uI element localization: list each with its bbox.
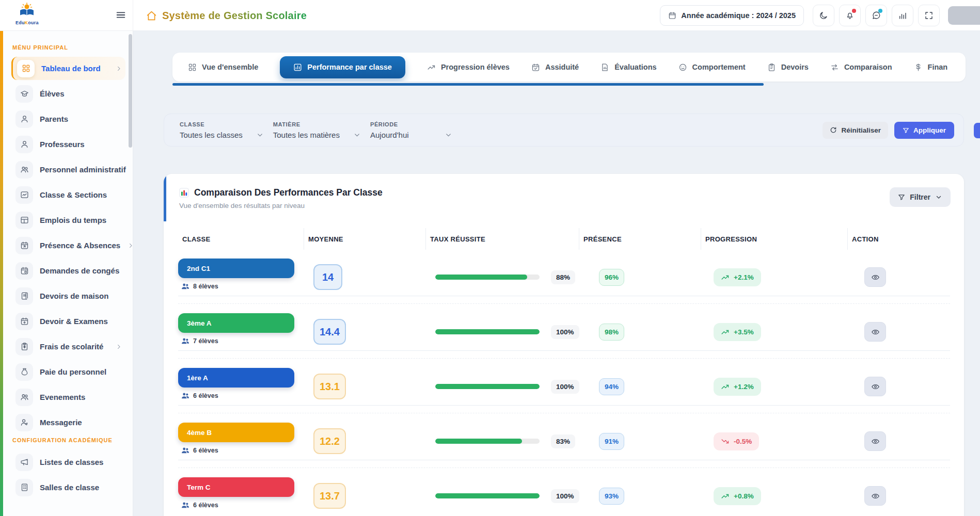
trend-up-icon	[721, 382, 730, 391]
calendar-plus-icon	[20, 317, 29, 326]
table-row: 1ère A 6 élèves 13.1 100% 94% +1.2%	[178, 359, 950, 405]
building-icon	[20, 483, 29, 492]
sidebar-item-parents[interactable]: Parents	[11, 106, 125, 132]
tab-performance-par-classe[interactable]: Performance par classe	[280, 56, 405, 78]
tab-label: Performance par classe	[307, 63, 392, 71]
logo[interactable]: EduKoura	[15, 3, 39, 25]
students-icon	[181, 392, 189, 399]
row-separator	[178, 460, 950, 469]
floating-button-cutoff[interactable]	[974, 123, 980, 138]
tab-comparaison[interactable]: Comparaison	[830, 63, 892, 72]
row-separator	[178, 350, 950, 359]
sidebar-menu: MÉNU PRINCIPAL Tableau de bord Élèves Pa…	[0, 31, 133, 500]
performance-comparison-card: Comparaison Des Performances Par Classe …	[164, 174, 964, 516]
success-rate-bar	[435, 384, 540, 389]
filter-select[interactable]: Aujourd'hui	[370, 131, 452, 139]
sidebar-item-devoir-examens[interactable]: Devoir & Examens	[11, 309, 125, 334]
tab-label: Progression élèves	[441, 63, 510, 71]
trend-up-icon	[721, 273, 730, 282]
hamburger-icon	[115, 9, 127, 21]
chevron-down-icon	[353, 131, 361, 139]
sidebar-item-tableau-de-bord[interactable]: Tableau de bord	[11, 57, 125, 80]
tab-finan[interactable]: Finan	[914, 63, 948, 72]
sidebar-item-classe-sections[interactable]: Classe & Sections	[11, 182, 125, 207]
sidebar-accent-bar	[0, 31, 3, 516]
dark-mode-button[interactable]	[813, 5, 834, 26]
fullscreen-button[interactable]	[918, 5, 940, 26]
progression-badge: +3.5%	[714, 323, 761, 341]
view-details-button[interactable]	[864, 486, 886, 506]
logo-text: EduKoura	[15, 20, 39, 25]
sidebar-item-paie-du-personnel[interactable]: Paie du personnel	[11, 359, 125, 384]
sidebar-item-label: Présence & Absences	[40, 241, 120, 250]
view-details-button[interactable]	[864, 431, 886, 451]
filter-select[interactable]: Toutes les classes	[180, 131, 264, 139]
tab-indicator-bar	[172, 83, 764, 86]
sidebar-item-personnel-administratif[interactable]: Personnel administratif	[11, 157, 125, 182]
sidebar-item-eleves[interactable]: Élèves	[11, 81, 125, 106]
grad-cap-icon	[20, 89, 29, 98]
filtrer-button[interactable]: Filtrer	[890, 187, 951, 207]
column-header: PRÉSENCE	[579, 228, 701, 250]
eye-icon	[871, 437, 880, 446]
sidebar-item-presence-absences[interactable]: Présence & Absences	[11, 233, 125, 258]
tab-comportement[interactable]: Comportement	[678, 63, 746, 72]
profile-button-cutoff[interactable]	[948, 6, 980, 25]
sidebar-item-label: Paie du personnel	[40, 367, 106, 376]
people-icon	[20, 393, 29, 401]
average-grade: 14	[313, 264, 342, 290]
bar-chart-icon	[898, 11, 907, 20]
class-pill[interactable]: 3ème A	[178, 313, 294, 333]
sidebar-item-evenements[interactable]: Evenements	[11, 384, 125, 410]
sidebar: MÉNU PRINCIPAL Tableau de bord Élèves Pa…	[0, 31, 133, 516]
top-header: EduKoura Système de Gestion Scolaire Ann…	[0, 0, 980, 31]
sidebar-item-label: Evenements	[40, 393, 85, 401]
class-pill[interactable]: 1ère A	[178, 368, 294, 388]
sidebar-item-demandes-de-conges[interactable]: Demandes de congés	[11, 258, 125, 283]
card-subtitle: Vue d'ensemble des résultats par niveau	[179, 202, 383, 209]
tab-evaluations[interactable]: Évaluations	[600, 63, 656, 72]
presence-badge: 94%	[599, 378, 624, 395]
analytics-button[interactable]	[892, 5, 913, 26]
notification-badge	[852, 9, 856, 13]
sidebar-item-devoirs-de-maison[interactable]: Devoirs de maison	[11, 283, 125, 309]
sidebar-item-salles-de-classe[interactable]: Salles de classe	[11, 475, 125, 500]
apply-filters-button[interactable]: Appliquer	[894, 122, 954, 139]
trend-down-icon	[721, 437, 730, 446]
presence-badge: 96%	[599, 269, 624, 286]
progression-badge: +0.8%	[714, 487, 761, 505]
sidebar-toggle-button[interactable]	[114, 8, 128, 23]
person-send-icon	[20, 418, 29, 427]
sidebar-item-messagerie[interactable]: Messagerie	[11, 410, 125, 435]
eye-icon	[871, 492, 880, 501]
trend-up-icon	[721, 328, 730, 336]
view-details-button[interactable]	[864, 267, 886, 287]
tab-label: Comportement	[692, 63, 746, 71]
filter-select[interactable]: Toutes les matières	[273, 131, 361, 139]
trend-up-icon	[721, 492, 730, 501]
sidebar-item-professeurs[interactable]: Professeurs	[11, 132, 125, 157]
class-pill[interactable]: Term C	[178, 477, 294, 497]
presence-badge: 93%	[599, 488, 624, 505]
messages-button[interactable]	[865, 5, 887, 26]
tab-assiduite[interactable]: Assiduité	[531, 63, 579, 72]
sidebar-item-frais-de-scolarite[interactable]: Frais de scolarité	[11, 334, 125, 359]
tab-vue-d-ensemble[interactable]: Vue d'ensemble	[188, 63, 258, 72]
view-details-button[interactable]	[864, 322, 886, 342]
academic-year-label: Année académique : 2024 / 2025	[681, 11, 796, 20]
tab-devoirs[interactable]: Devoirs	[767, 63, 809, 72]
reset-filters-button[interactable]: Réinitialiser	[823, 122, 888, 139]
academic-year-chip[interactable]: Année académique : 2024 / 2025	[660, 5, 804, 26]
view-details-button[interactable]	[864, 377, 886, 396]
column-header: ACTION	[848, 228, 950, 250]
filter-label: CLASSE	[180, 121, 264, 127]
sidebar-scrollbar[interactable]	[129, 34, 132, 148]
class-pill[interactable]: 4ème B	[178, 423, 294, 442]
notifications-button[interactable]	[839, 5, 861, 26]
table-row: 3ème A 7 élèves 14.4 100% 98% +3.5%	[178, 304, 950, 350]
class-pill[interactable]: 2nd C1	[178, 259, 294, 278]
tab-progression-eleves[interactable]: Progression élèves	[427, 63, 510, 72]
progression-badge: -0.5%	[714, 432, 759, 450]
sidebar-item-listes-de-classes[interactable]: Listes de classes	[11, 449, 125, 475]
sidebar-item-emplois-du-temps[interactable]: Emplois du temps	[11, 207, 125, 233]
